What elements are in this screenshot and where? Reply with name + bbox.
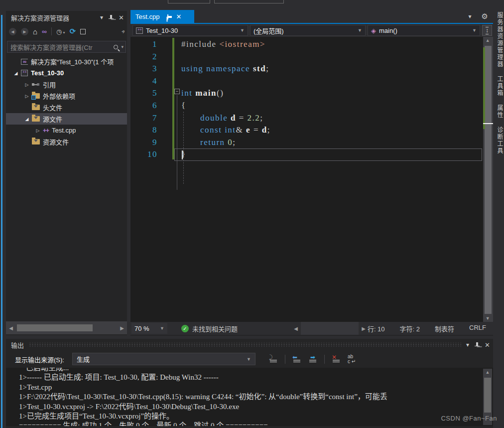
expander-closed-icon[interactable]: ▷: [24, 82, 30, 87]
tree-item-[interactable]: ◢源文件: [6, 113, 127, 125]
status-char[interactable]: 字符: 2: [400, 324, 420, 333]
dock-tab-诊断工具[interactable]: 诊断工具: [493, 127, 504, 154]
folder-filter-icon: [32, 105, 40, 110]
split-editor-button[interactable]: ↕: [482, 25, 492, 36]
status-line[interactable]: 行: 10: [368, 324, 385, 333]
expander-open-icon[interactable]: ◢: [13, 71, 19, 76]
dock-tab-工具箱[interactable]: 工具箱: [493, 76, 504, 97]
chevron-down-icon[interactable]: ▾: [100, 14, 103, 20]
method-icon: ◈: [371, 27, 376, 34]
status-eol[interactable]: CRLF: [469, 324, 486, 333]
window-left-accent: [1, 15, 2, 428]
tree-item-[interactable]: 资源文件: [6, 136, 127, 147]
close-icon[interactable]: ✕: [176, 13, 181, 20]
search-input[interactable]: 搜索解决方案资源管理器(Ctr ▾: [7, 41, 126, 53]
output-log[interactable]: 已启动生成...1>------ 已启动生成: 项目: Test_10-30, …: [6, 368, 493, 426]
clear-all-icon[interactable]: ✕: [332, 355, 341, 363]
chevron-down-icon[interactable]: ▾: [121, 44, 124, 49]
word-wrap-icon[interactable]: abc ↵: [348, 354, 356, 364]
tree-item-[interactable]: ▷引用: [6, 79, 127, 90]
tree-item-[interactable]: ▷外部依赖项: [6, 90, 127, 102]
code-line-8[interactable]: const int& e = d;: [181, 124, 270, 137]
fold-collapse-icon[interactable]: −: [174, 89, 180, 94]
forward-icon[interactable]: ►: [21, 28, 28, 35]
switch-views-icon[interactable]: ∞: [42, 27, 47, 35]
editor-hscrollbar[interactable]: ◀ ▶: [291, 322, 369, 335]
expander-open-icon[interactable]: ◢: [24, 117, 30, 122]
editor-vscrollbar[interactable]: ▲ ▼: [483, 37, 493, 322]
previous-message-icon[interactable]: ⬅: [292, 355, 301, 363]
scrollbar-thumb[interactable]: [485, 46, 492, 314]
output-panel: 输出 ▾ ✕ 显示输出来源(S): 生成 ▼ ⤸ ⬅ ➡ ✕ abc ↵: [6, 339, 493, 428]
dock-tab-服务器资源管理器[interactable]: 服务器资源管理器: [493, 12, 504, 68]
cpp-project-icon: ⁺⁺: [136, 27, 143, 34]
code-line-9[interactable]: return 0;: [181, 137, 270, 149]
output-line: 1>已完成生成项目“Test_10-30.vcxproj”的操作。: [19, 412, 478, 421]
code-line-6[interactable]: {: [181, 100, 270, 112]
gear-icon[interactable]: ⚙: [482, 12, 488, 21]
pin-icon[interactable]: [108, 15, 114, 20]
references-icon: [32, 83, 40, 86]
scroll-up-icon[interactable]: ▲: [483, 370, 493, 375]
scope-dropdown-value: (全局范围): [253, 26, 284, 35]
tree-item-Test_10301[interactable]: ∞解决方案“Test_10-30”(1 个项: [6, 56, 127, 67]
scope-dropdown[interactable]: (全局范围) ▼: [250, 25, 366, 36]
code-line-5[interactable]: int main(): [181, 87, 270, 100]
code-line-1[interactable]: #include <iostream>: [181, 38, 270, 51]
tree-item-[interactable]: 头文件: [6, 102, 127, 113]
code-line-4[interactable]: [181, 75, 270, 88]
tree-item-Test_1030[interactable]: ◢⁺⁺Test_10-30: [6, 67, 127, 79]
chevron-down-icon: ▼: [247, 357, 251, 362]
code-editor[interactable]: 12345678910 − #include <iostream> using …: [130, 37, 493, 322]
code-line-3[interactable]: using namespace std;: [181, 63, 270, 75]
tree-item-Testcpp[interactable]: ▷++Test.cpp: [6, 125, 127, 136]
close-icon[interactable]: ✕: [119, 14, 124, 21]
folder-filter-icon: [32, 116, 40, 122]
pin-icon[interactable]: [474, 342, 480, 348]
refresh-icon[interactable]: ⟳: [70, 27, 76, 36]
tab-testcpp[interactable]: Test.cpp ✕: [130, 10, 194, 23]
pending-changes-filter-icon[interactable]: ◷ ▾: [56, 28, 65, 35]
output-lines: 已启动生成...1>------ 已启动生成: 项目: Test_10-30, …: [19, 368, 478, 426]
output-line: 1>F:\2022代码\Test_10-30\Test_10-30\Test.c…: [19, 392, 478, 402]
tab-title: Test.cpp: [135, 13, 159, 20]
scroll-up-icon[interactable]: ▲: [483, 38, 493, 43]
scroll-down-icon[interactable]: ▼: [483, 316, 493, 321]
close-icon[interactable]: ✕: [485, 342, 490, 348]
solution-tree: ∞解决方案“Test_10-30”(1 个项◢⁺⁺Test_10-30▷引用▷外…: [6, 56, 127, 147]
status-tabs[interactable]: 制表符: [435, 324, 454, 333]
home-icon[interactable]: ⌂: [33, 27, 37, 36]
expander-closed-icon[interactable]: ▷: [35, 128, 41, 133]
tree-item-label: 资源文件: [43, 137, 69, 146]
chevron-down-icon[interactable]: ▾: [466, 342, 469, 348]
code-line-2[interactable]: [181, 51, 270, 63]
solution-explorer-hscrollbar[interactable]: ◀ ▶: [6, 321, 127, 334]
dock-tab-属性[interactable]: 属性: [493, 105, 504, 119]
search-icon[interactable]: [114, 45, 118, 49]
pin-icon[interactable]: [166, 14, 172, 19]
overflow-chevrons-icon[interactable]: »: [120, 28, 126, 34]
zoom-dropdown[interactable]: 70 % ▼: [131, 323, 167, 334]
project-dropdown-value: Test_10-30: [146, 27, 178, 34]
output-line: 1>------ 已启动生成: 项目: Test_10-30, 配置: Debu…: [19, 373, 478, 382]
next-message-icon[interactable]: ➡: [308, 355, 317, 363]
project-dropdown[interactable]: ⁺⁺ Test_10-30 ▼: [132, 25, 248, 36]
expander-closed-icon[interactable]: ▷: [24, 94, 30, 99]
scrollbar-thumb[interactable]: [484, 378, 491, 413]
collapse-all-icon[interactable]: [80, 29, 86, 34]
scrollbar-thumb[interactable]: [17, 324, 93, 331]
output-source-value: 生成: [77, 354, 90, 364]
output-source-dropdown[interactable]: 生成 ▼: [72, 353, 255, 365]
scroll-left-icon[interactable]: ◀: [291, 326, 301, 331]
document-health-indicator[interactable]: ✓ 未找到相关问题: [181, 324, 238, 333]
output-source-label: 显示输出来源(S):: [15, 355, 64, 364]
scrollbar-track[interactable]: [301, 322, 359, 335]
scroll-left-icon[interactable]: ◀: [6, 325, 16, 331]
member-dropdown[interactable]: ◈ main() ▼: [368, 25, 480, 36]
code-line-7[interactable]: double d = 2.2;: [181, 112, 270, 125]
back-icon[interactable]: ◄: [9, 28, 16, 35]
chevron-down-icon[interactable]: ▾: [469, 13, 472, 19]
solution-explorer-toolbar: ◄ ► ⌂ ∞ ◷ ▾ ⟳ »: [6, 24, 127, 39]
search-placeholder: 搜索解决方案资源管理器(Ctr: [10, 42, 114, 52]
scroll-right-icon[interactable]: ▶: [117, 325, 127, 331]
